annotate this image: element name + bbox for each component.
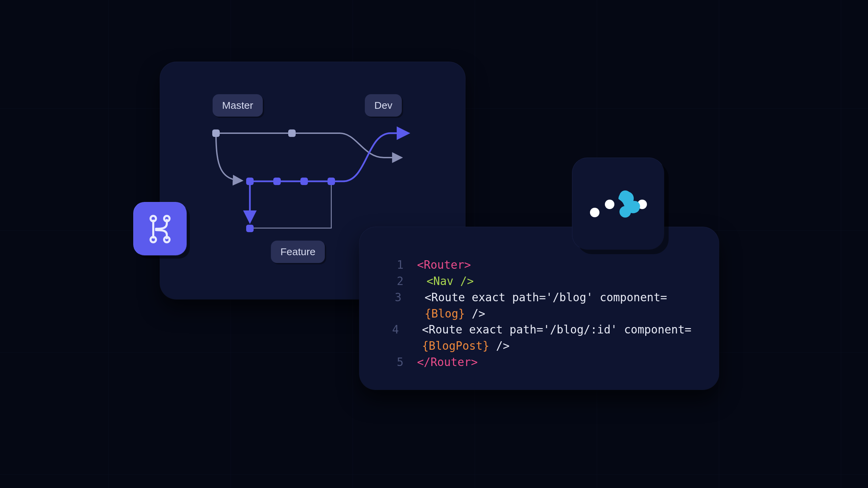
code-token: {Blog} [425,307,465,320]
code-snippet-card: 1<Router>2<Nav />3<Route exact path='/bl… [359,227,719,390]
stage: Master Dev Feature [0,0,868,488]
svg-point-9 [164,216,170,221]
svg-rect-4 [300,178,308,185]
git-icon-tile [134,202,186,255]
svg-point-13 [605,200,614,209]
branch-label-dev: Dev [365,94,402,117]
code-token: /> [489,339,510,352]
git-branch-icon [146,214,174,244]
line-number: 3 [383,289,401,306]
svg-rect-0 [212,129,220,137]
svg-rect-6 [246,225,254,232]
svg-point-11 [164,237,170,242]
svg-point-16 [619,206,631,218]
code-content: </Router> [417,354,478,370]
code-token: <Nav /> [427,274,474,288]
line-number: 5 [383,354,403,370]
svg-rect-5 [328,178,335,185]
code-token: </Router> [417,355,478,369]
code-token: /> [465,307,485,320]
code-line: 4<Route exact path='/blog/:id' component… [383,322,698,354]
code-line: 5</Router> [383,354,698,370]
code-content: <Route exact path='/blog' component={Blo… [415,289,698,322]
svg-point-10 [151,237,156,242]
code-token: <Route exact path='/blog/:id' component= [422,323,691,336]
code-content: <Nav /> [417,273,474,289]
code-token: {BlogPost} [422,339,489,352]
code-token: <Router> [417,258,471,271]
svg-point-15 [619,190,631,202]
code-line: 1<Router> [383,257,698,273]
code-content: <Router> [417,257,471,273]
code-content: <Route exact path='/blog/:id' component=… [412,322,698,354]
svg-point-8 [151,216,156,221]
git-graph [208,126,421,235]
svg-rect-3 [273,178,281,185]
svg-point-12 [590,208,599,217]
branch-label-feature: Feature [271,241,325,263]
branch-label-master: Master [213,94,263,117]
code-line: 3<Route exact path='/blog' component={Bl… [383,289,698,322]
react-router-logo-icon [589,187,648,221]
code-lines: 1<Router>2<Nav />3<Route exact path='/bl… [383,257,698,370]
line-number: 2 [383,273,403,289]
code-token: <Route exact path='/blog' component= [425,291,667,304]
logo-tile [572,158,664,249]
svg-rect-1 [288,129,296,137]
line-number: 4 [383,322,399,338]
svg-rect-2 [246,178,254,185]
line-number: 1 [383,257,403,273]
code-line: 2<Nav /> [383,273,698,289]
